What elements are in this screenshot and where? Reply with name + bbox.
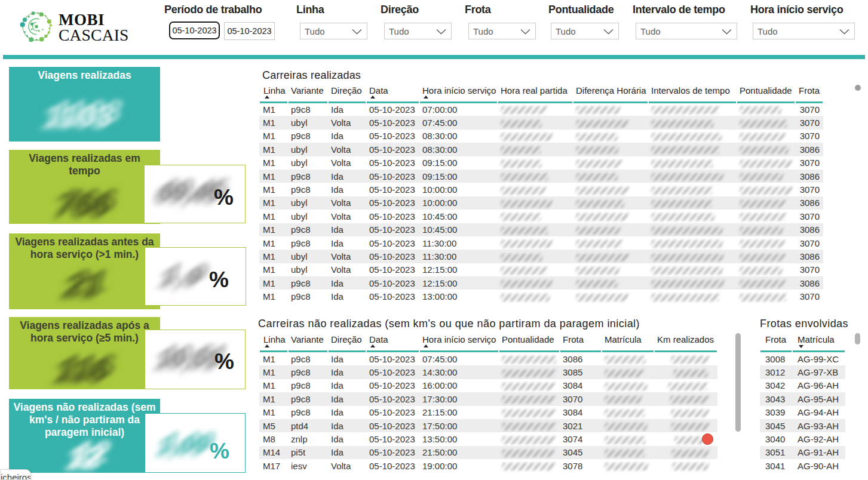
svg-text:CASCAIS: CASCAIS xyxy=(59,26,129,44)
